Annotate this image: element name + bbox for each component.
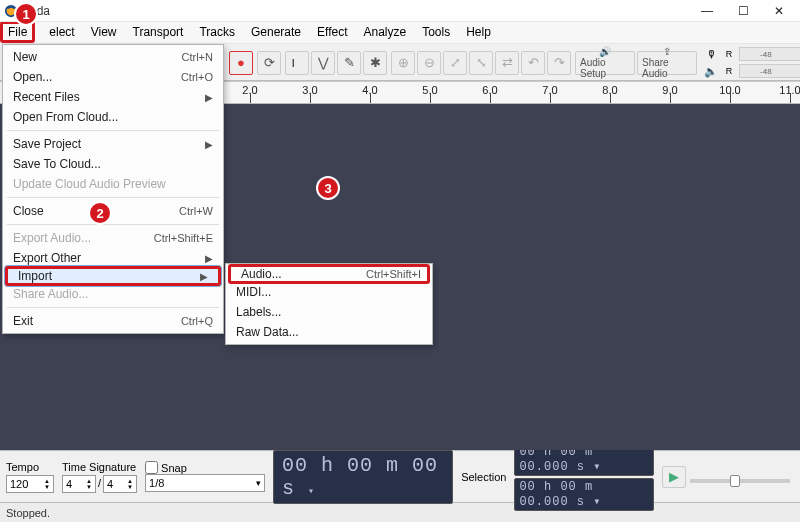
file-menu-import[interactable]: Import▶ [5, 266, 221, 286]
import-menu-labels[interactable]: Labels... [226, 302, 432, 322]
minimize-button[interactable]: — [690, 2, 724, 20]
menu-analyze[interactable]: Analyze [355, 22, 414, 43]
selection-end[interactable]: 00 h 00 m 00.000 s ▾ [514, 478, 654, 511]
submenu-arrow-icon: ▶ [205, 139, 213, 150]
menu-help[interactable]: Help [458, 22, 499, 43]
fit-selection-icon[interactable]: ⤢ [443, 51, 467, 75]
menu-shortcut: Ctrl+Shift+I [366, 268, 421, 280]
submenu-arrow-icon: ▶ [205, 92, 213, 103]
menu-item-label: Export Audio... [13, 231, 91, 245]
menu-transport[interactable]: Transport [125, 22, 192, 43]
tool-selection-icon[interactable]: I [285, 51, 309, 75]
status-bar: Stopped. [0, 502, 800, 522]
play-at-speed-button[interactable]: ▶ [662, 466, 686, 488]
menu-generate[interactable]: Generate [243, 22, 309, 43]
redo-icon[interactable]: ↷ [547, 51, 571, 75]
timesig-den-input[interactable]: 4 ▲▼ [103, 475, 137, 493]
menu-tools[interactable]: Tools [414, 22, 458, 43]
tempo-label: Tempo [6, 461, 54, 473]
menu-item-label: Labels... [236, 305, 281, 319]
recording-meter[interactable]: -48 -24 0 [739, 47, 800, 61]
record-button-partial[interactable]: ● [229, 51, 253, 75]
menu-item-label: Exit [13, 314, 33, 328]
menu-separator [7, 224, 219, 225]
file-menu-save-to-cloud[interactable]: Save To Cloud... [3, 154, 223, 174]
mic-icon: 🎙 [703, 48, 719, 60]
svg-text:I: I [292, 56, 295, 68]
tool-multitool-icon[interactable]: ✱ [363, 51, 387, 75]
menu-separator [7, 130, 219, 131]
selection-group: Selection [461, 471, 506, 483]
menu-select-partial[interactable]: elect [35, 22, 82, 43]
time-counter[interactable]: 00 h 00 m 00 s ▾ [273, 450, 453, 504]
file-menu-close[interactable]: CloseCtrl+W [3, 201, 223, 221]
loop-toggle[interactable]: ⟳ [257, 51, 281, 75]
menu-item-label: MIDI... [236, 285, 271, 299]
maximize-button[interactable]: ☐ [726, 2, 760, 20]
menu-item-label: Import [18, 269, 52, 283]
annotation-2: 2 [88, 201, 112, 225]
import-menu-midi[interactable]: MIDI... [226, 282, 432, 302]
menubar: File elect View Transport Tracks Generat… [0, 22, 800, 44]
menu-view[interactable]: View [83, 22, 125, 43]
timesig-num-input[interactable]: 4 ▲▼ [62, 475, 96, 493]
menu-effect[interactable]: Effect [309, 22, 355, 43]
status-text: Stopped. [6, 507, 50, 519]
menu-shortcut: Ctrl+O [181, 71, 213, 83]
menu-tracks[interactable]: Tracks [191, 22, 243, 43]
file-menu-new[interactable]: NewCtrl+N [3, 47, 223, 67]
playback-speed-slider[interactable] [690, 479, 790, 483]
file-menu-open[interactable]: Open...Ctrl+O [3, 67, 223, 87]
menu-item-label: Share Audio... [13, 287, 88, 301]
file-menu: NewCtrl+NOpen...Ctrl+ORecent Files▶Open … [2, 44, 224, 334]
menu-item-label: Save To Cloud... [13, 157, 101, 171]
menu-item-label: Update Cloud Audio Preview [13, 177, 166, 191]
menu-item-label: Export Other [13, 251, 81, 265]
audio-setup-label: Audio Setup [580, 57, 630, 79]
timesig-group: Time Signature 4 ▲▼ / 4 ▲▼ [62, 461, 137, 493]
zoom-in-icon[interactable]: ⊕ [391, 51, 415, 75]
menu-item-label: Open... [13, 70, 52, 84]
rec-level-label: R [721, 49, 737, 59]
annotation-1: 1 [14, 2, 38, 26]
tool-envelope-icon[interactable]: ⋁ [311, 51, 335, 75]
tempo-spinner[interactable]: ▲▼ [44, 478, 50, 490]
close-button[interactable]: ✕ [762, 2, 796, 20]
titlebar: Auda — ☐ ✕ [0, 0, 800, 22]
file-menu-open-from-cloud[interactable]: Open From Cloud... [3, 107, 223, 127]
zoom-toggle-icon[interactable]: ⇄ [495, 51, 519, 75]
snap-group: Snap 1/8 ▾ [145, 461, 265, 492]
zoom-out-icon[interactable]: ⊖ [417, 51, 441, 75]
file-menu-share-audio: Share Audio... [3, 284, 223, 304]
snap-label: Snap [161, 462, 187, 474]
menu-separator [7, 197, 219, 198]
submenu-arrow-icon: ▶ [200, 271, 208, 282]
play-level-label: R [721, 66, 737, 76]
file-menu-recent-files[interactable]: Recent Files▶ [3, 87, 223, 107]
playback-meter[interactable]: -48 -24 0 [739, 64, 800, 78]
share-audio-button[interactable]: ⇪ Share Audio [637, 51, 697, 75]
snap-checkbox[interactable] [145, 461, 158, 474]
undo-icon[interactable]: ↶ [521, 51, 545, 75]
menu-shortcut: Ctrl+Shift+E [154, 232, 213, 244]
fit-project-icon[interactable]: ⤡ [469, 51, 493, 75]
import-menu-audio[interactable]: Audio...Ctrl+Shift+I [228, 264, 430, 284]
file-menu-export-other[interactable]: Export Other▶ [3, 248, 223, 268]
snap-select[interactable]: 1/8 ▾ [145, 474, 265, 492]
file-menu-exit[interactable]: ExitCtrl+Q [3, 311, 223, 331]
file-menu-save-project[interactable]: Save Project▶ [3, 134, 223, 154]
menu-item-label: Close [13, 204, 44, 218]
bottom-toolbar: Tempo 120 ▲▼ Time Signature 4 ▲▼ / 4 ▲▼ … [0, 450, 800, 502]
timesig-label: Time Signature [62, 461, 137, 473]
import-menu-raw-data[interactable]: Raw Data... [226, 322, 432, 342]
share-icon: ⇪ [663, 46, 671, 57]
timesig-slash: / [98, 475, 101, 493]
menu-shortcut: Ctrl+N [182, 51, 213, 63]
tempo-group: Tempo 120 ▲▼ [6, 461, 54, 493]
audio-setup-button[interactable]: 🔊 Audio Setup [575, 51, 635, 75]
selection-label: Selection [461, 471, 506, 483]
tempo-input[interactable]: 120 ▲▼ [6, 475, 54, 493]
speaker-small-icon: 🔈 [703, 65, 719, 78]
tool-draw-icon[interactable]: ✎ [337, 51, 361, 75]
menu-separator [7, 307, 219, 308]
